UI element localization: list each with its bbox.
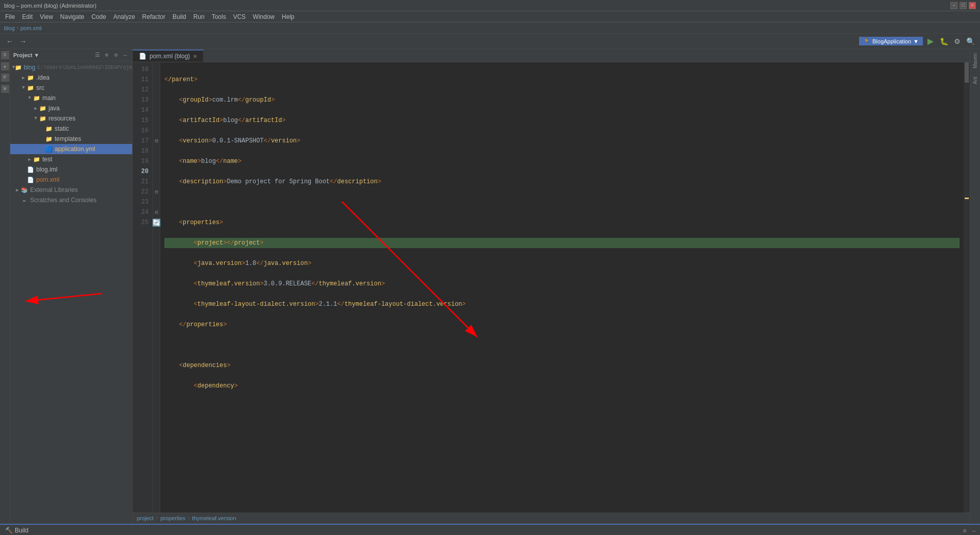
tree-item-blog[interactable]: ▼ 📁 blog C:\Users\SunLionAhh02\IDEAProje… bbox=[10, 62, 132, 72]
panel-minimize[interactable]: — bbox=[121, 51, 129, 59]
tree-item-extlibs[interactable]: ▶ 📚 External Libraries bbox=[10, 185, 132, 195]
web-icon[interactable]: W bbox=[1, 85, 9, 93]
run-button[interactable]: ▶ bbox=[925, 36, 936, 47]
project-panel-title: Project ▼ bbox=[13, 52, 39, 58]
menu-view[interactable]: View bbox=[37, 12, 56, 21]
tree-label-static: static bbox=[55, 125, 69, 132]
scrollbar-thumb[interactable] bbox=[965, 62, 969, 83]
menu-window[interactable]: Window bbox=[250, 12, 278, 21]
tree-label-blog: blog bbox=[23, 64, 35, 71]
menu-navigate[interactable]: Navigate bbox=[57, 12, 87, 21]
menu-code[interactable]: Code bbox=[88, 12, 109, 21]
tree-item-scratches[interactable]: ✏ Scratches and Consoles bbox=[10, 195, 132, 205]
close-button[interactable]: ✕ bbox=[969, 2, 976, 9]
toolbar-left: ← → bbox=[4, 36, 29, 47]
build-tab-label: Build bbox=[15, 527, 29, 534]
editor-scrollbar[interactable] bbox=[964, 62, 970, 513]
code-line-10: </parent> bbox=[164, 75, 960, 85]
build-tab-icon: 🔨 bbox=[5, 527, 13, 534]
maven-tab[interactable]: Maven bbox=[971, 51, 979, 70]
bottom-tabs: 🔨 Build bbox=[0, 525, 34, 536]
tree-item-src[interactable]: ▼ 📁 src bbox=[10, 83, 132, 93]
favorites-icon[interactable]: ★ bbox=[1, 62, 9, 70]
tree-item-java[interactable]: ▶ 📁 java bbox=[10, 103, 132, 113]
menu-file[interactable]: File bbox=[2, 12, 18, 21]
tree-icon-pomxml: 📄 bbox=[27, 176, 35, 184]
tree-item-application-yml[interactable]: 🟦 application.yml bbox=[10, 144, 132, 154]
menu-run[interactable]: Run bbox=[190, 12, 208, 21]
editor-breadcrumb-properties[interactable]: properties bbox=[160, 515, 185, 521]
tree-icon-templates: 📁 bbox=[45, 135, 53, 143]
menu-build[interactable]: Build bbox=[169, 12, 189, 21]
persistence-icon[interactable]: P bbox=[1, 74, 9, 82]
run-config-button[interactable]: 🏃 BlogApplication ▼ bbox=[859, 37, 923, 45]
editor-breadcrumb-project[interactable]: project bbox=[137, 515, 154, 521]
window-title: blog – pom.xml (blog) (Administrator) bbox=[4, 3, 96, 9]
editor-area: 📄 pom.xml (blog) ✕ 10 11 12 13 14 15 16 … bbox=[133, 49, 970, 524]
window-controls[interactable]: – □ ✕ bbox=[950, 2, 976, 9]
code-line-19: <java.version>1.8</java.version> bbox=[164, 258, 960, 269]
breadcrumb-file[interactable]: pom.xml bbox=[20, 25, 42, 31]
forward-button[interactable]: → bbox=[17, 36, 29, 47]
menu-help[interactable]: Help bbox=[279, 12, 298, 21]
tree-arrow-scratches bbox=[14, 197, 20, 203]
tree-icon-resources: 📁 bbox=[39, 114, 47, 123]
menu-refactor[interactable]: Refactor bbox=[139, 12, 168, 21]
tree-arrow-test: ▶ bbox=[27, 156, 33, 162]
panel-icon-2[interactable]: ⊕ bbox=[103, 51, 111, 59]
project-panel-icons: ☰ ⊕ ⚙ — bbox=[93, 51, 129, 59]
tree-arrow-resources: ▼ bbox=[33, 115, 39, 121]
spinner-25[interactable]: 🔄 bbox=[152, 218, 161, 227]
editor-breadcrumb-current[interactable]: thymeleaf.version bbox=[192, 515, 236, 521]
project-panel-header: Project ▼ ☰ ⊕ ⚙ — bbox=[10, 49, 132, 61]
panel-icon-1[interactable]: ☰ bbox=[93, 51, 102, 59]
gutter-collapse-24[interactable]: ⊟ bbox=[153, 207, 160, 217]
tree-item-test[interactable]: ▶ 📁 test bbox=[10, 154, 132, 164]
tree-label-blogiml: blog.iml bbox=[36, 166, 57, 173]
breadcrumb-project[interactable]: blog bbox=[4, 25, 15, 31]
right-side-strip: Maven Ant bbox=[970, 49, 980, 524]
maximize-button[interactable]: □ bbox=[960, 2, 967, 9]
tab-pomxml[interactable]: 📄 pom.xml (blog) ✕ bbox=[133, 50, 204, 62]
bottom-tab-build[interactable]: 🔨 Build bbox=[0, 525, 34, 536]
code-line-25: <dependency> bbox=[164, 381, 960, 391]
menu-vcs[interactable]: VCS bbox=[230, 12, 249, 21]
tree-arrow-templates bbox=[39, 136, 45, 142]
code-line-23 bbox=[164, 340, 960, 350]
tree-label-appyml: application.yml bbox=[55, 145, 95, 153]
run-config-icon: 🏃 bbox=[863, 38, 870, 44]
code-line-20: <thymeleaf.version>3.0.9.RELEASE</thymel… bbox=[164, 279, 960, 289]
tree-item-static[interactable]: 📁 static bbox=[10, 124, 132, 134]
menu-analyze[interactable]: Analyze bbox=[110, 12, 138, 21]
tree-icon-test: 📁 bbox=[33, 155, 41, 163]
gutter-collapse-22[interactable]: ⊟ bbox=[153, 187, 160, 197]
tree-item-resources[interactable]: ▼ 📁 resources bbox=[10, 113, 132, 124]
code-content[interactable]: </parent> <groupId>com.lrm</groupId> <ar… bbox=[160, 62, 964, 513]
tree-item-idea[interactable]: ▶ 📁 .idea bbox=[10, 72, 132, 83]
menu-tools[interactable]: Tools bbox=[209, 12, 229, 21]
tree-item-templates[interactable]: 📁 templates bbox=[10, 134, 132, 144]
debug-button[interactable]: 🐛 bbox=[938, 36, 949, 47]
menu-edit[interactable]: Edit bbox=[19, 12, 36, 21]
bottom-icons: ⚙ — bbox=[961, 527, 980, 535]
tree-item-main[interactable]: ▼ 📁 main bbox=[10, 93, 132, 103]
code-line-13: <version>0.0.1-SNAPSHOT</version> bbox=[164, 136, 960, 146]
tree-item-blogiml[interactable]: 📄 blog.iml bbox=[10, 164, 132, 175]
structure-icon[interactable]: S bbox=[1, 51, 9, 59]
tab-icon-pomxml: 📄 bbox=[139, 53, 146, 60]
back-button[interactable]: ← bbox=[4, 36, 15, 47]
toolbar-right: 🏃 BlogApplication ▼ ▶ 🐛 ⚙ 🔍 bbox=[859, 36, 976, 47]
tree-item-pomxml[interactable]: 📄 pom.xml bbox=[10, 175, 132, 185]
bottom-settings-icon[interactable]: ⚙ bbox=[961, 527, 969, 535]
bottom-minimize-icon[interactable]: — bbox=[970, 527, 978, 535]
tree-label-idea: .idea bbox=[36, 74, 50, 81]
minimize-button[interactable]: – bbox=[950, 2, 958, 9]
tree-icon-blogiml: 📄 bbox=[27, 165, 35, 174]
ant-tab[interactable]: Ant bbox=[971, 75, 979, 86]
tab-close-pomxml[interactable]: ✕ bbox=[193, 54, 197, 59]
settings-button[interactable]: ⚙ bbox=[951, 36, 963, 47]
panel-settings[interactable]: ⚙ bbox=[112, 51, 120, 59]
tree-icon-extlibs: 📚 bbox=[20, 186, 29, 194]
gutter-collapse-17[interactable]: ⊟ bbox=[153, 136, 160, 146]
search-button[interactable]: 🔍 bbox=[965, 36, 976, 47]
